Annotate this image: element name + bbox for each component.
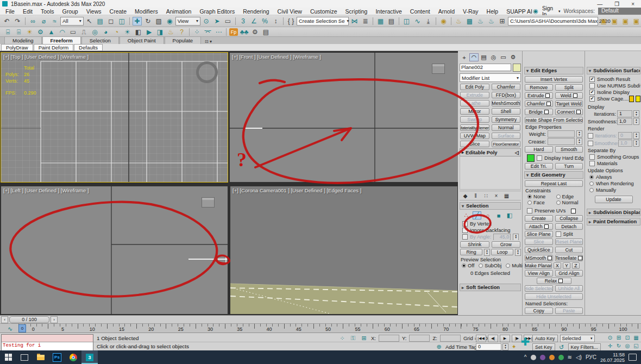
undo-icon[interactable]: ↶ (2, 17, 11, 26)
select-and-link-icon[interactable]: ∞ (28, 17, 37, 26)
modifier-button[interactable]: Mirror (460, 108, 489, 115)
hard-button[interactable]: Hard (525, 146, 553, 153)
update-button[interactable]: Update (595, 196, 633, 203)
current-frame-field[interactable]: 0 (476, 343, 501, 350)
preview-selection-radio[interactable]: Off (462, 263, 474, 268)
edit-geometry-button[interactable]: Create (525, 215, 553, 222)
preview-selection-radio[interactable]: Multi (506, 263, 523, 268)
selection-filter-dropdown[interactable]: All (60, 17, 84, 26)
subdivision-checkbox[interactable]: Isoline Display (587, 89, 640, 96)
select-by-name-icon[interactable]: ▤ (96, 17, 105, 26)
separator[interactable] (451, 17, 451, 25)
smoothness-field[interactable]: 1,0 (617, 118, 632, 125)
absolute-mode-icon[interactable]: ⊞ (360, 335, 368, 342)
rollout-soft-selection[interactable]: ▸Soft Selection (460, 284, 521, 291)
turn-button[interactable]: Turn (555, 163, 583, 170)
y-coordinate-field[interactable] (409, 335, 430, 342)
render-iterations-spinner[interactable] (633, 132, 639, 139)
update-option-radio[interactable]: When Rendering (587, 180, 640, 187)
copy-button[interactable]: Copy (525, 307, 553, 314)
ribbon-tab[interactable]: Populate (165, 36, 202, 44)
selection-lock-icon[interactable]: ⚿ (349, 335, 357, 342)
workspace-select[interactable]: Default (598, 8, 641, 15)
chrome-button[interactable] (65, 350, 81, 364)
sun-positioner-icon[interactable]: ⚙ (36, 28, 45, 36)
time-tag-icon[interactable]: ⊕ (435, 343, 443, 350)
angle-snap-icon[interactable]: ∠ (249, 17, 259, 26)
sphere-icon[interactable]: ◕ (101, 28, 110, 36)
edit-tri-button[interactable]: Edit Tri. (525, 163, 553, 170)
select-and-manipulate-icon[interactable]: ➤ (212, 17, 222, 26)
monitor-icon[interactable]: ▭ (68, 28, 78, 36)
smooth-button[interactable]: Smooth (555, 146, 583, 153)
shrink-button[interactable]: Shrink (460, 241, 489, 248)
macro-recorder-field[interactable] (2, 335, 93, 342)
separator[interactable] (436, 17, 436, 25)
edit-geometry-button[interactable]: Hide Unselected (525, 293, 583, 300)
viewcube-gizmo[interactable] (432, 64, 445, 74)
menu-item[interactable]: SUAPP AI (506, 8, 532, 15)
edit-edges-button[interactable]: Chamfer (525, 101, 553, 107)
show-end-result-icon[interactable]: ‖ (472, 192, 479, 199)
cone-icon[interactable]: ▲ (47, 28, 56, 36)
edit-edges-button[interactable]: Remove (525, 84, 553, 91)
file-explorer-button[interactable] (33, 350, 49, 364)
selection-set-dropdown[interactable]: Selected (560, 335, 595, 342)
select-and-rotate-icon[interactable]: ↻ (143, 17, 153, 26)
modifier-button[interactable]: Extrude (460, 92, 489, 98)
object-color-swatch[interactable] (513, 64, 521, 72)
preview-selection-radio[interactable]: SubObj (479, 263, 501, 268)
ribbon-tab[interactable]: Freeform (42, 36, 81, 44)
modifier-button[interactable]: Surface (492, 133, 521, 139)
key-filters-button[interactable]: Key Filters... (568, 343, 601, 351)
mini-curve-editor-icon[interactable]: ∿ (8, 325, 12, 332)
snap-toggle-3d-icon[interactable]: 3 (238, 17, 248, 26)
edit-edges-button[interactable]: Connect (555, 109, 583, 115)
render-iterations-field[interactable]: 0 (618, 132, 632, 139)
crease-spinner[interactable] (576, 138, 582, 145)
mirror-icon[interactable]: ⋈ (350, 17, 359, 26)
light-icon[interactable]: ☀ (25, 28, 34, 36)
zoom-extents-all-icon[interactable]: ▦ (632, 334, 640, 341)
layer-explorer-icon[interactable]: ▤ (387, 17, 396, 26)
ribbon-tab[interactable]: Selection (81, 36, 119, 44)
clock[interactable]: 11:5826.07.2025 (600, 352, 625, 363)
volume-icon[interactable]: ◁) (576, 354, 582, 360)
bind-to-space-warp-icon[interactable]: ≈ (50, 17, 59, 26)
render-production-icon[interactable]: ♨ (476, 17, 485, 26)
modifier-button[interactable]: Normal (492, 124, 521, 131)
menu-item[interactable]: Modifiers (135, 8, 158, 15)
auto-key-button[interactable]: Auto Key (532, 335, 558, 342)
tools-icon[interactable]: ⚙ (250, 28, 260, 36)
rollout-edit-geometry[interactable]: ▾Edit Geometry (524, 171, 583, 179)
reference-coordinate-dropdown[interactable]: View (175, 17, 200, 26)
donut-icon[interactable]: ◎ (90, 28, 99, 36)
display-tab[interactable]: ▭ (499, 53, 508, 61)
constraint-radio[interactable]: Normal (556, 200, 584, 205)
curve-editor-icon[interactable]: ∿ (413, 17, 422, 26)
bulb-icon[interactable]: ☀ (123, 28, 132, 36)
edit-geometry-button[interactable]: Cut (555, 247, 583, 253)
edit-geometry-button[interactable]: Tessellate (555, 255, 583, 261)
fp-plugin-icon[interactable]: Fp (229, 28, 238, 36)
render-smoothness-field[interactable]: 1,0 (618, 140, 632, 147)
menu-item[interactable]: V-Ray (463, 8, 479, 15)
select-and-move-icon[interactable]: ✚ (133, 17, 142, 26)
frame-scrubber[interactable]: 0 (18, 324, 26, 332)
open-project-folder-icon[interactable]: ▣ (610, 17, 619, 26)
redo-icon[interactable]: ↷ (13, 17, 22, 26)
viewport-front-label[interactable]: [+] [Front ] [User Defined ] [Wireframe … (232, 54, 321, 60)
edit-geometry-button[interactable]: Slice (525, 239, 553, 245)
modifier-button[interactable]: FFD(box) (492, 92, 521, 98)
by-angle-spinner[interactable] (513, 234, 519, 240)
ribbon-subtab[interactable]: PolyDraw (1, 44, 33, 51)
frame-spinner[interactable] (502, 343, 508, 350)
panel-icon[interactable]: ◧ (134, 28, 143, 36)
loop-button[interactable]: Loop (491, 249, 513, 255)
sign-in-caret-icon[interactable]: ▾ (558, 9, 561, 14)
unlink-selection-icon[interactable]: ⌀ (39, 17, 48, 26)
capsule-icon[interactable]: ⎍ (79, 28, 89, 36)
menu-item[interactable]: Animation (166, 8, 192, 15)
zoom-extents-icon[interactable]: ⊡ (624, 334, 631, 341)
edit-geometry-button[interactable]: Attach (525, 223, 553, 230)
